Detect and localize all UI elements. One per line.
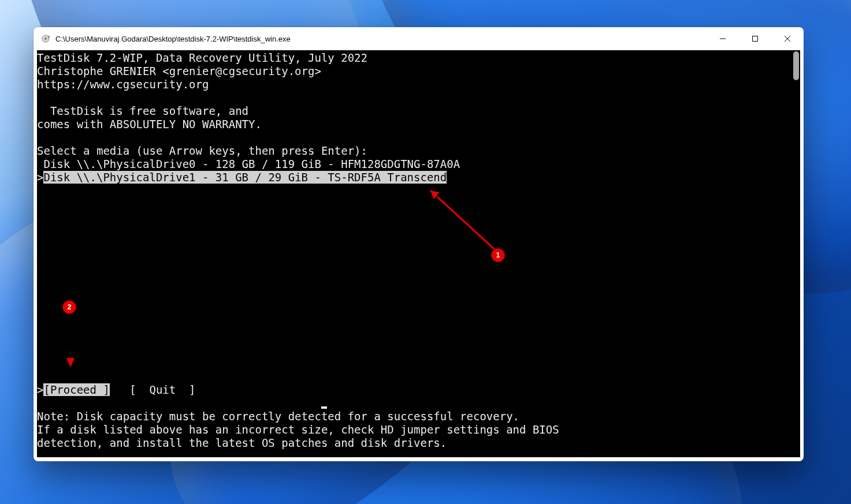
window-titlebar[interactable]: C:\Users\Manuviraj Godara\Desktop\testdi… [34, 27, 804, 50]
cursor-line [37, 397, 792, 410]
disk-option-1-selected[interactable]: >Disk \\.\PhysicalDrive1 - 31 GB / 29 Gi… [37, 171, 792, 184]
window-title: C:\Users\Manuviraj Godara\Desktop\testdi… [55, 35, 707, 43]
window-controls [707, 27, 804, 50]
terminal-client-area[interactable]: TestDisk 7.2-WIP, Data Recovery Utility,… [37, 50, 800, 457]
terminal-blank-line [37, 264, 792, 277]
terminal-blank-line [37, 277, 792, 290]
terminal-line: TestDisk is free software, and [37, 104, 792, 118]
terminal-line: TestDisk 7.2-WIP, Data Recovery Utility,… [37, 51, 792, 65]
scrollbar-thumb[interactable] [793, 51, 799, 80]
svg-rect-3 [753, 36, 758, 42]
terminal-blank-line [37, 357, 792, 370]
terminal-line: Christophe GRENIER <grenier@cgsecurity.o… [37, 65, 792, 78]
terminal-blank-line [37, 211, 792, 224]
terminal-blank-line [37, 184, 792, 197]
svg-point-1 [44, 38, 47, 40]
disk-option-0[interactable]: Disk \\.\PhysicalDrive0 - 128 GB / 119 G… [37, 158, 792, 171]
selected-disk-text: Disk \\.\PhysicalDrive1 - 31 GB / 29 GiB… [43, 171, 447, 184]
selection-caret: > [37, 171, 43, 184]
terminal-blank-line [37, 290, 792, 304]
maximize-button[interactable] [739, 27, 771, 50]
menu-caret: > [37, 383, 43, 396]
close-button[interactable] [771, 27, 804, 50]
text-cursor [321, 406, 327, 409]
terminal-line: If a disk listed above has an incorrect … [37, 423, 792, 436]
terminal-blank-line [37, 370, 792, 383]
terminal-content: TestDisk 7.2-WIP, Data Recovery Utility,… [37, 50, 792, 457]
terminal-blank-line [37, 330, 792, 344]
vertical-scrollbar[interactable] [792, 50, 800, 457]
terminal-blank-line [37, 91, 792, 104]
menu-gap [110, 383, 129, 396]
proceed-button[interactable]: [Proceed ] [43, 383, 109, 396]
terminal-line: https://www.cgsecurity.org [37, 78, 792, 91]
terminal-blank-line [37, 131, 792, 144]
terminal-line: Note: Disk capacity must be correctly de… [37, 410, 792, 423]
terminal-blank-line [37, 304, 792, 317]
menu-row: >[Proceed ] [ Quit ] [37, 383, 792, 397]
terminal-line: Select a media (use Arrow keys, then pre… [37, 144, 792, 158]
terminal-blank-line [37, 344, 792, 357]
quit-button[interactable]: [ Quit ] [129, 383, 195, 396]
terminal-blank-line [37, 224, 792, 237]
terminal-line: detection, and install the latest OS pat… [37, 436, 792, 450]
terminal-blank-line [37, 237, 792, 251]
terminal-blank-line [37, 251, 792, 264]
terminal-blank-line [37, 317, 792, 330]
terminal-blank-line [37, 197, 792, 211]
terminal-window: C:\Users\Manuviraj Godara\Desktop\testdi… [34, 27, 804, 461]
minimize-button[interactable] [707, 27, 739, 50]
app-icon [42, 34, 51, 43]
terminal-line: comes with ABSOLUTELY NO WARRANTY. [37, 118, 792, 131]
